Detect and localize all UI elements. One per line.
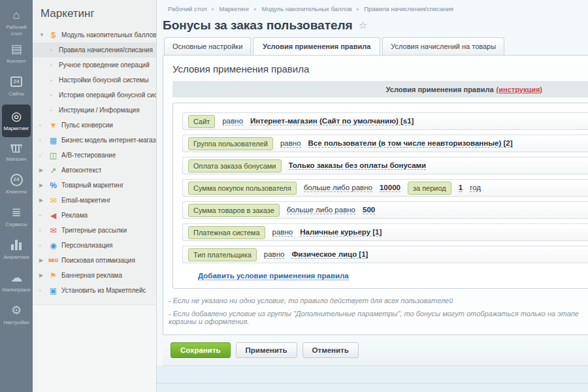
apply-button[interactable]: Применить xyxy=(236,342,297,358)
conditions-container: Сайт равно Интернет-магазин (Сайт по умо… xyxy=(172,103,588,289)
condition-field-chip[interactable]: Платежная система xyxy=(188,226,265,239)
chevron-right-icon: ▶ xyxy=(39,258,48,263)
condition-period-chip[interactable]: за период xyxy=(408,182,451,195)
rail-item-analytics[interactable]: Аналитика xyxy=(1,235,32,268)
rail-item-clients[interactable]: 24 Клиенты xyxy=(1,170,32,203)
tab-main-settings[interactable]: Основные настройки xyxy=(164,37,251,55)
rail-item-shop[interactable]: Магазин xyxy=(1,137,32,170)
cancel-button[interactable]: Отменить xyxy=(302,342,359,358)
sidebar-marketing-menu: Маркетинг ▼ $ Модуль накопительных балло… xyxy=(33,0,157,392)
sidebar-item-autocontext[interactable]: ▶ ↗ Автоконтекст xyxy=(33,163,156,178)
sidebar-item-trigger-mailings[interactable]: ▪ ✉ Триггерные рассылки xyxy=(33,223,156,238)
breadcrumb-separator-icon: ▸ xyxy=(212,7,214,11)
breadcrumb-item[interactable]: Модуль накопительных баллов xyxy=(261,5,351,12)
rail-item-marketplace[interactable]: ☁ Marketplace xyxy=(1,268,32,301)
sidebar-item-ads[interactable]: ▪ ◀ Реклама xyxy=(33,208,156,223)
condition-operator[interactable]: больше либо равно xyxy=(287,206,355,214)
condition-period-value[interactable]: 1 xyxy=(459,184,463,192)
sidebar-item-install-marketplace[interactable]: ▪ ▣ Установить из Маркетплейс xyxy=(33,283,156,298)
sidebar-item-email-marketing[interactable]: ▶ ✉ Email-маркетинг xyxy=(33,193,156,208)
rail-label: Рабочий стол xyxy=(1,24,32,37)
favorite-star-icon[interactable]: ☆ xyxy=(359,20,367,31)
sidebar-item-ab-testing[interactable]: ▪ ◫ A/B-тестирование xyxy=(33,148,156,163)
flag-icon: ⚑ xyxy=(48,272,59,280)
sidebar-item-personalization[interactable]: ▪ ◉ Персонализация xyxy=(33,238,156,253)
sidebar-item-banner-ads[interactable]: ▶ ⚑ Баннерная реклама xyxy=(33,268,156,283)
business-model-icon: ▦ xyxy=(48,137,59,144)
condition-value[interactable]: Только заказы без оплаты бонусами xyxy=(289,161,427,170)
condition-value[interactable]: Наличные курьеру [1] xyxy=(300,228,382,237)
home-icon: ⌂ xyxy=(13,8,20,22)
envelope-icon: ✉ xyxy=(48,197,59,204)
breadcrumb-item[interactable]: Рабочий стол xyxy=(168,5,207,12)
dollar-icon: $ xyxy=(48,31,59,39)
breadcrumb-item[interactable]: Правила начисления/списания xyxy=(364,5,453,12)
sidebar-item-operations-history[interactable]: ▪ История операций бонусной системы xyxy=(33,88,156,103)
notes: - Если не указано ни одно условие, то пр… xyxy=(169,297,588,325)
clock-24-icon: 24 xyxy=(10,172,23,187)
main-content: Рабочий стол ▸ Маркетинг ▸ Модуль накопи… xyxy=(157,0,588,392)
condition-field-chip[interactable]: Оплата заказа бонусами xyxy=(188,159,282,172)
rail-label: Сервисы xyxy=(1,221,32,228)
bullet-icon: ▪ xyxy=(50,48,59,52)
condition-value[interactable]: Физическое лицо [1] xyxy=(291,250,368,259)
breadcrumb: Рабочий стол ▸ Маркетинг ▸ Модуль накопи… xyxy=(157,0,588,12)
rail-label: Сайты xyxy=(1,91,32,97)
condition-period-unit[interactable]: год xyxy=(470,184,481,192)
sidebar-item-accrual-rules[interactable]: ▪ Правила начисления/списания xyxy=(33,42,156,57)
sidebar-empty-area xyxy=(33,304,156,392)
layers-icon: ≣ xyxy=(11,205,21,220)
save-button[interactable]: Сохранить xyxy=(171,342,231,358)
condition-field-chip[interactable]: Сумма покупок пользователя xyxy=(188,182,297,195)
condition-field-chip[interactable]: Сайт xyxy=(188,115,215,128)
condition-value[interactable]: 500 xyxy=(363,206,375,214)
rail-item-marketing[interactable]: ◎ Маркетинг xyxy=(2,105,31,137)
bullet-icon: ▪ xyxy=(39,228,48,233)
bullet-icon: ▪ xyxy=(39,243,48,248)
bullet-icon: ▪ xyxy=(50,93,59,97)
note-line: - Если добавлено условие из группы "Допо… xyxy=(169,310,588,325)
grid-header-title: Условия применения правила xyxy=(386,86,494,93)
chevron-right-icon: ▶ xyxy=(39,183,48,188)
tab-product-accruals[interactable]: Условия начислений на товары xyxy=(382,37,504,55)
rail-item-content[interactable]: ▤ Контент xyxy=(1,39,32,72)
condition-operator[interactable]: равно xyxy=(280,139,301,148)
person-circle-icon: ◉ xyxy=(48,242,59,250)
rail-item-services[interactable]: ≣ Сервисы xyxy=(1,203,32,235)
breadcrumb-item[interactable]: Маркетинг xyxy=(219,5,249,12)
condition-operator[interactable]: равно xyxy=(272,228,293,237)
condition-row: Тип плательщика равно Физическое лицо [1… xyxy=(182,246,588,263)
sidebar-item-instructions[interactable]: ▪ Инструкции / Информация xyxy=(33,103,156,118)
add-condition-link[interactable]: Добавить условие применения правила xyxy=(198,272,349,280)
seo-icon: SEO xyxy=(48,258,59,263)
rail-item-sites[interactable]: 24 Сайты xyxy=(1,72,32,105)
condition-value[interactable]: 10000 xyxy=(380,184,400,192)
condition-field-chip[interactable]: Группа пользователей xyxy=(188,137,273,150)
buttons-bar: Сохранить Применить Отменить xyxy=(163,335,588,366)
condition-operator[interactable]: равно xyxy=(222,117,243,125)
sidebar-item-bonus-settings[interactable]: ▪ Настройки бонусной системы xyxy=(33,73,156,88)
bullet-icon: ▪ xyxy=(50,108,59,112)
sidebar-item-points-module[interactable]: ▼ $ Модуль накопительных баллов xyxy=(33,27,156,42)
bullet-icon: ▪ xyxy=(50,78,59,82)
sidebar-item-seo[interactable]: ▶ SEO Поисковая оптимизация xyxy=(33,253,156,268)
sidebar-item-manual-operations[interactable]: ▪ Ручное проведение операций xyxy=(33,57,156,73)
rail-item-desktop[interactable]: ⌂ Рабочий стол xyxy=(1,5,32,39)
rail-item-settings[interactable]: ⚙ Настройки xyxy=(1,301,32,333)
sidebar-item-conversion-pulse[interactable]: ▪ ▼ Пульс конверсии xyxy=(33,118,156,133)
condition-field-chip[interactable]: Тип плательщика xyxy=(188,248,257,261)
condition-operator[interactable]: равно xyxy=(264,250,285,259)
instruction-link[interactable]: (инструкция) xyxy=(497,86,542,93)
sidebar-item-product-marketing[interactable]: ▶ % Товарный маркетинг xyxy=(33,178,156,193)
envelope-icon: ✉ xyxy=(48,227,59,235)
page-bottom: 1С-Битрикс: Управление сайтом 18.5.300. … xyxy=(157,366,588,392)
condition-value[interactable]: Все пользователи (в том числе неавторизо… xyxy=(308,139,513,148)
condition-field-chip[interactable]: Сумма товаров в заказе xyxy=(188,204,280,217)
condition-value[interactable]: Интернет-магазин (Сайт по умолчанию) [s1… xyxy=(250,117,414,125)
sidebar-item-business-model[interactable]: ▪ ▦ Бизнес модель интернет-магазина xyxy=(33,133,156,148)
condition-operator[interactable]: больше либо равно xyxy=(304,184,372,192)
bullet-icon: ▪ xyxy=(50,63,59,67)
megaphone-icon: ◀ xyxy=(48,212,59,220)
sidebar-title: Маркетинг xyxy=(33,0,156,27)
tab-rule-conditions[interactable]: Условия применения правила xyxy=(253,37,380,55)
